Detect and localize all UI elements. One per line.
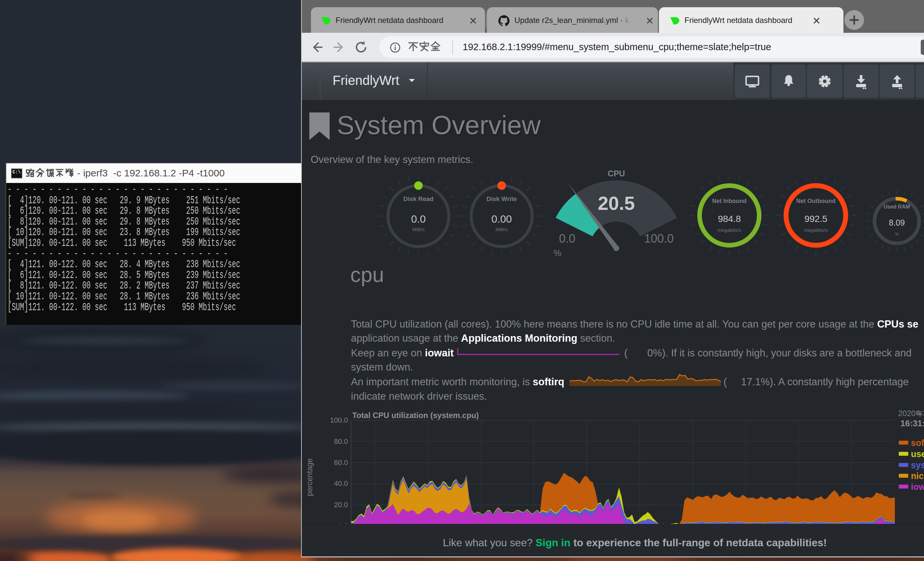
- svg-text:Disk Write: Disk Write: [487, 196, 517, 202]
- svg-text:8.09: 8.09: [889, 218, 905, 227]
- svg-text:megabits/s: megabits/s: [804, 227, 828, 233]
- svg-text:984.8: 984.8: [718, 214, 741, 224]
- svg-text:0.00: 0.00: [492, 213, 512, 225]
- svg-text:Used RAM: Used RAM: [884, 204, 910, 209]
- svg-text:100.0: 100.0: [644, 232, 674, 245]
- svg-text:Net Inbound: Net Inbound: [712, 198, 747, 204]
- svg-text:%: %: [554, 248, 561, 258]
- svg-text:20.5: 20.5: [598, 193, 635, 214]
- svg-text:%: %: [895, 232, 899, 236]
- svg-text:0.0: 0.0: [411, 213, 426, 225]
- svg-text:992.5: 992.5: [804, 214, 827, 224]
- svg-text:MiB/s: MiB/s: [495, 227, 508, 232]
- svg-text:Net Outbound: Net Outbound: [796, 198, 836, 204]
- svg-text:CPU: CPU: [608, 169, 625, 178]
- svg-text:MiB/s: MiB/s: [412, 227, 424, 232]
- svg-text:Disk Read: Disk Read: [404, 196, 434, 202]
- svg-text:0.0: 0.0: [559, 232, 575, 245]
- svg-text:megabits/s: megabits/s: [718, 227, 741, 233]
